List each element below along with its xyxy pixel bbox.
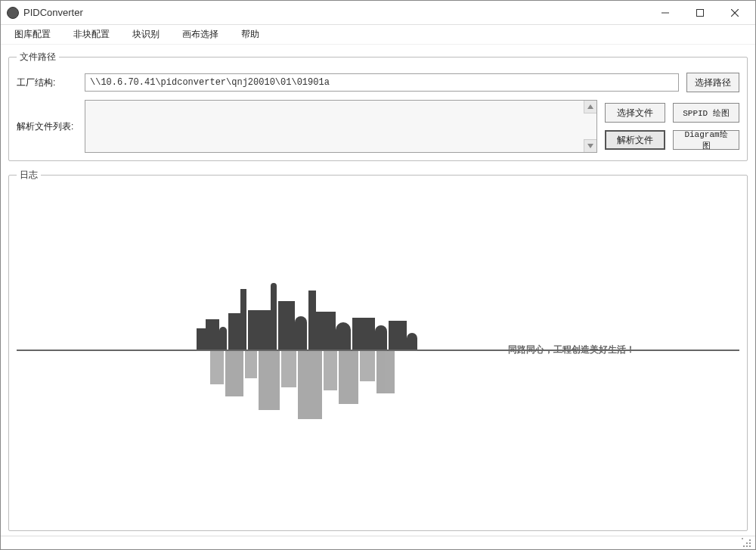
scroll-down-icon[interactable] [584, 139, 596, 152]
scroll-up-icon[interactable] [584, 101, 596, 113]
application-window: PIDConverter 图库配置 非块配置 块识别 画布选择 帮助 文件路径 … [0, 0, 756, 550]
drawing-actions-col: SPPID 绘图 Diagram绘图 [673, 100, 739, 153]
menu-nonblock-config[interactable]: 非块配置 [64, 26, 119, 42]
content-area: 文件路径 工厂结构: 选择路径 解析文件列表: 选择文件 [1, 45, 755, 536]
log-legend: 日志 [17, 169, 41, 182]
window-title: PIDConverter [23, 7, 648, 18]
menubar: 图库配置 非块配置 块识别 画布选择 帮助 [1, 25, 755, 45]
factory-structure-row: 工厂结构: 选择路径 [17, 73, 739, 92]
menu-help[interactable]: 帮助 [232, 26, 268, 42]
sppid-draw-button[interactable]: SPPID 绘图 [673, 103, 739, 123]
app-icon [7, 7, 19, 19]
file-actions-col: 选择文件 解析文件 [605, 100, 665, 153]
minimize-button[interactable] [648, 1, 683, 24]
skyline-top-icon [197, 274, 423, 350]
menu-canvas-select[interactable]: 画布选择 [173, 26, 228, 42]
parse-file-list-row: 解析文件列表: 选择文件 解析文件 SPPID 绘图 Diagram绘图 [17, 100, 739, 153]
close-button[interactable] [717, 1, 752, 24]
menu-block-recognition[interactable]: 块识别 [123, 26, 169, 42]
titlebar: PIDConverter [1, 1, 755, 25]
select-path-button[interactable]: 选择路径 [686, 73, 739, 92]
window-controls [648, 1, 752, 24]
file-path-group: 文件路径 工厂结构: 选择路径 解析文件列表: 选择文件 [8, 51, 748, 161]
parse-file-list[interactable] [85, 100, 597, 153]
select-file-button[interactable]: 选择文件 [605, 103, 665, 123]
statusbar [1, 536, 755, 549]
factory-path-input[interactable] [85, 73, 679, 92]
close-icon [731, 9, 739, 17]
factory-structure-label: 工厂结构: [17, 76, 77, 89]
svg-rect-1 [697, 9, 704, 16]
log-group: 日志 [8, 169, 748, 531]
parse-file-list-label: 解析文件列表: [17, 100, 77, 153]
minimize-icon [662, 9, 669, 17]
menu-gallery-config[interactable]: 图库配置 [5, 26, 60, 42]
skyline-reflection-icon [204, 351, 416, 427]
maximize-button[interactable] [683, 1, 717, 24]
logo-illustration: 同路同心，工程创造美好生活！ [129, 274, 627, 440]
diagram-draw-button[interactable]: Diagram绘图 [673, 130, 739, 150]
parse-file-button[interactable]: 解析文件 [605, 130, 665, 150]
maximize-icon [696, 9, 704, 17]
log-body: 同路同心，工程创造美好生活！ [17, 191, 739, 523]
slogan-text: 同路同心，工程创造美好生活！ [508, 343, 635, 356]
resize-grip-icon[interactable] [742, 538, 752, 548]
file-path-legend: 文件路径 [17, 51, 59, 64]
